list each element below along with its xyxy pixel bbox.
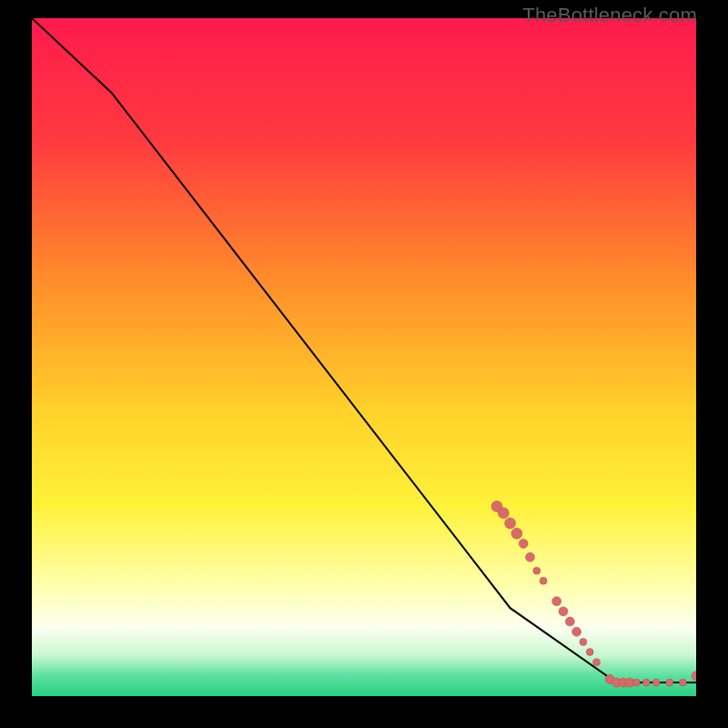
data-point — [519, 539, 528, 548]
data-point — [572, 627, 581, 636]
data-point — [586, 649, 593, 656]
data-point — [666, 679, 673, 686]
data-point — [552, 597, 561, 606]
data-point — [565, 617, 574, 626]
data-point — [632, 679, 640, 686]
data-point — [692, 672, 696, 681]
data-point — [540, 577, 547, 584]
data-point — [642, 679, 650, 686]
data-point — [652, 679, 660, 686]
data-point — [559, 607, 568, 616]
data-point — [505, 518, 516, 529]
data-point — [593, 659, 601, 666]
chart-stage: TheBottleneck.com — [0, 0, 728, 728]
data-point — [533, 567, 541, 574]
scatter-dots — [491, 500, 696, 687]
chart-svg — [32, 18, 696, 696]
data-point — [526, 552, 535, 561]
data-point — [511, 528, 522, 539]
watermark-text: TheBottleneck.com — [522, 4, 697, 27]
data-point — [679, 679, 686, 686]
bottleneck-curve — [32, 18, 696, 682]
plot-area — [32, 18, 696, 696]
data-point — [498, 508, 509, 519]
data-point — [580, 638, 587, 645]
